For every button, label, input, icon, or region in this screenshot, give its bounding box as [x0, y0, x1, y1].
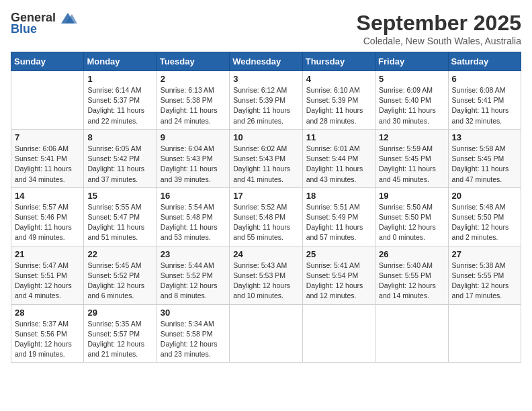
day-number: 24	[233, 249, 298, 259]
calendar-week-row: 1Sunrise: 6:14 AM Sunset: 5:37 PM Daylig…	[11, 71, 521, 130]
table-row: 26Sunrise: 5:40 AM Sunset: 5:55 PM Dayli…	[375, 246, 448, 304]
table-row: 27Sunrise: 5:38 AM Sunset: 5:55 PM Dayli…	[448, 246, 521, 304]
table-row: 13Sunrise: 5:58 AM Sunset: 5:45 PM Dayli…	[448, 129, 521, 187]
day-number: 7	[15, 132, 80, 142]
day-info: Sunrise: 5:47 AM Sunset: 5:51 PM Dayligh…	[15, 261, 80, 302]
table-row: 16Sunrise: 5:54 AM Sunset: 5:48 PM Dayli…	[157, 187, 229, 246]
day-number: 9	[161, 132, 226, 142]
table-row: 14Sunrise: 5:57 AM Sunset: 5:46 PM Dayli…	[11, 187, 84, 246]
table-row: 19Sunrise: 5:50 AM Sunset: 5:50 PM Dayli…	[375, 187, 448, 246]
logo-blue: Blue	[11, 22, 37, 36]
day-number: 16	[161, 191, 226, 201]
day-number: 13	[452, 132, 517, 142]
table-row: 9Sunrise: 6:04 AM Sunset: 5:43 PM Daylig…	[157, 129, 229, 187]
day-info: Sunrise: 6:10 AM Sunset: 5:39 PM Dayligh…	[306, 85, 371, 126]
day-info: Sunrise: 5:44 AM Sunset: 5:52 PM Dayligh…	[161, 261, 226, 302]
table-row: 15Sunrise: 5:55 AM Sunset: 5:47 PM Dayli…	[84, 187, 157, 246]
location: Coledale, New South Wales, Australia	[357, 36, 521, 46]
day-number: 11	[306, 132, 371, 142]
day-info: Sunrise: 6:05 AM Sunset: 5:42 PM Dayligh…	[87, 144, 152, 185]
weekday-header-row: Sunday Monday Tuesday Wednesday Thursday…	[11, 52, 521, 71]
day-number: 26	[379, 249, 444, 259]
table-row	[11, 71, 84, 130]
day-info: Sunrise: 5:57 AM Sunset: 5:46 PM Dayligh…	[15, 202, 80, 243]
month-title: September 2025	[357, 11, 521, 36]
day-info: Sunrise: 5:40 AM Sunset: 5:55 PM Dayligh…	[379, 261, 444, 302]
day-info: Sunrise: 6:04 AM Sunset: 5:43 PM Dayligh…	[161, 144, 226, 185]
day-info: Sunrise: 5:59 AM Sunset: 5:45 PM Dayligh…	[379, 144, 444, 185]
day-info: Sunrise: 6:08 AM Sunset: 5:41 PM Dayligh…	[452, 85, 517, 126]
day-number: 29	[87, 308, 152, 318]
day-number: 21	[15, 249, 80, 259]
header-wednesday: Wednesday	[230, 52, 302, 71]
calendar-week-row: 21Sunrise: 5:47 AM Sunset: 5:51 PM Dayli…	[11, 246, 521, 304]
table-row: 20Sunrise: 5:48 AM Sunset: 5:50 PM Dayli…	[448, 187, 521, 246]
header: General Blue September 2025 Coledale, Ne…	[11, 11, 521, 46]
day-info: Sunrise: 6:09 AM Sunset: 5:40 PM Dayligh…	[379, 85, 444, 126]
day-number: 28	[15, 308, 80, 318]
day-number: 18	[306, 191, 371, 201]
calendar-week-row: 14Sunrise: 5:57 AM Sunset: 5:46 PM Dayli…	[11, 187, 521, 246]
table-row: 1Sunrise: 6:14 AM Sunset: 5:37 PM Daylig…	[84, 71, 157, 130]
day-number: 22	[87, 249, 152, 259]
logo-icon	[58, 11, 77, 25]
day-info: Sunrise: 5:52 AM Sunset: 5:48 PM Dayligh…	[233, 202, 298, 243]
header-tuesday: Tuesday	[157, 52, 229, 71]
day-number: 2	[161, 74, 226, 84]
day-info: Sunrise: 5:55 AM Sunset: 5:47 PM Dayligh…	[87, 202, 152, 243]
title-area: September 2025 Coledale, New South Wales…	[357, 11, 521, 46]
day-info: Sunrise: 5:45 AM Sunset: 5:52 PM Dayligh…	[87, 261, 152, 302]
day-info: Sunrise: 5:54 AM Sunset: 5:48 PM Dayligh…	[161, 202, 226, 243]
day-number: 19	[379, 191, 444, 201]
table-row: 28Sunrise: 5:37 AM Sunset: 5:56 PM Dayli…	[11, 304, 84, 363]
header-monday: Monday	[84, 52, 157, 71]
day-number: 17	[233, 191, 298, 201]
day-number: 20	[452, 191, 517, 201]
table-row	[375, 304, 448, 363]
day-number: 23	[161, 249, 226, 259]
table-row: 29Sunrise: 5:35 AM Sunset: 5:57 PM Dayli…	[84, 304, 157, 363]
table-row: 3Sunrise: 6:12 AM Sunset: 5:39 PM Daylig…	[230, 71, 302, 130]
table-row: 30Sunrise: 5:34 AM Sunset: 5:58 PM Dayli…	[157, 304, 229, 363]
table-row: 8Sunrise: 6:05 AM Sunset: 5:42 PM Daylig…	[84, 129, 157, 187]
table-row	[448, 304, 521, 363]
calendar-week-row: 28Sunrise: 5:37 AM Sunset: 5:56 PM Dayli…	[11, 304, 521, 363]
table-row	[230, 304, 302, 363]
table-row: 24Sunrise: 5:43 AM Sunset: 5:53 PM Dayli…	[230, 246, 302, 304]
table-row: 4Sunrise: 6:10 AM Sunset: 5:39 PM Daylig…	[302, 71, 375, 130]
day-info: Sunrise: 5:51 AM Sunset: 5:49 PM Dayligh…	[306, 202, 371, 243]
day-info: Sunrise: 6:01 AM Sunset: 5:44 PM Dayligh…	[306, 144, 371, 185]
day-number: 8	[87, 132, 152, 142]
day-info: Sunrise: 5:34 AM Sunset: 5:58 PM Dayligh…	[161, 319, 226, 360]
day-number: 12	[379, 132, 444, 142]
day-number: 4	[306, 74, 371, 84]
header-saturday: Saturday	[448, 52, 521, 71]
table-row: 2Sunrise: 6:13 AM Sunset: 5:38 PM Daylig…	[157, 71, 229, 130]
day-number: 6	[452, 74, 517, 84]
table-row: 7Sunrise: 6:06 AM Sunset: 5:41 PM Daylig…	[11, 129, 84, 187]
table-row: 5Sunrise: 6:09 AM Sunset: 5:40 PM Daylig…	[375, 71, 448, 130]
table-row: 23Sunrise: 5:44 AM Sunset: 5:52 PM Dayli…	[157, 246, 229, 304]
day-number: 27	[452, 249, 517, 259]
day-info: Sunrise: 5:41 AM Sunset: 5:54 PM Dayligh…	[306, 261, 371, 302]
day-number: 30	[161, 308, 226, 318]
table-row: 18Sunrise: 5:51 AM Sunset: 5:49 PM Dayli…	[302, 187, 375, 246]
table-row: 22Sunrise: 5:45 AM Sunset: 5:52 PM Dayli…	[84, 246, 157, 304]
table-row: 11Sunrise: 6:01 AM Sunset: 5:44 PM Dayli…	[302, 129, 375, 187]
day-info: Sunrise: 6:02 AM Sunset: 5:43 PM Dayligh…	[233, 144, 298, 185]
day-info: Sunrise: 6:12 AM Sunset: 5:39 PM Dayligh…	[233, 85, 298, 126]
day-info: Sunrise: 5:38 AM Sunset: 5:55 PM Dayligh…	[452, 261, 517, 302]
table-row: 17Sunrise: 5:52 AM Sunset: 5:48 PM Dayli…	[230, 187, 302, 246]
day-info: Sunrise: 5:37 AM Sunset: 5:56 PM Dayligh…	[15, 319, 80, 360]
day-info: Sunrise: 5:58 AM Sunset: 5:45 PM Dayligh…	[452, 144, 517, 185]
day-info: Sunrise: 6:06 AM Sunset: 5:41 PM Dayligh…	[15, 144, 80, 185]
day-number: 25	[306, 249, 371, 259]
table-row	[302, 304, 375, 363]
day-number: 15	[87, 191, 152, 201]
day-number: 14	[15, 191, 80, 201]
day-number: 3	[233, 74, 298, 84]
header-thursday: Thursday	[302, 52, 375, 71]
day-number: 5	[379, 74, 444, 84]
table-row: 10Sunrise: 6:02 AM Sunset: 5:43 PM Dayli…	[230, 129, 302, 187]
table-row: 6Sunrise: 6:08 AM Sunset: 5:41 PM Daylig…	[448, 71, 521, 130]
